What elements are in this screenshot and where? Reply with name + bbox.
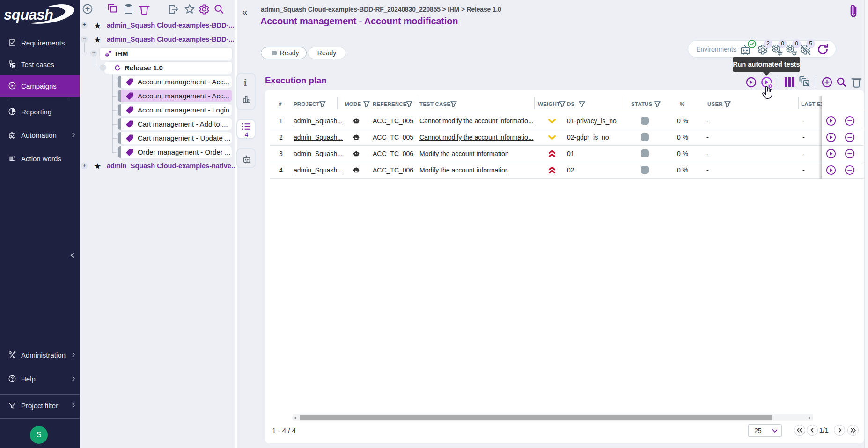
svg-text:squash: squash [4, 7, 53, 23]
